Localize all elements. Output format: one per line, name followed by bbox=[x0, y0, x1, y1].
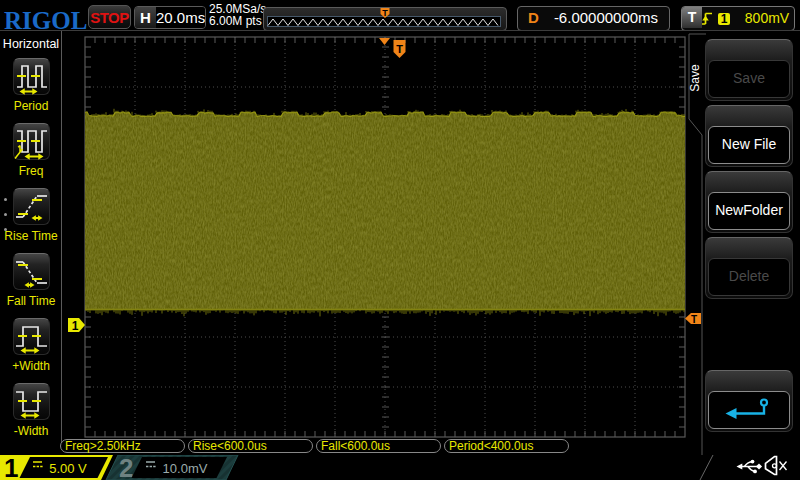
svg-text:5.00 V: 5.00 V bbox=[49, 461, 87, 476]
svg-text:1: 1 bbox=[4, 455, 18, 480]
svg-text:T: T bbox=[382, 8, 388, 18]
svg-text:1: 1 bbox=[72, 319, 79, 333]
svg-text:10.0mV: 10.0mV bbox=[163, 461, 208, 476]
svg-text:T: T bbox=[396, 43, 403, 55]
svg-text:2: 2 bbox=[119, 455, 133, 480]
